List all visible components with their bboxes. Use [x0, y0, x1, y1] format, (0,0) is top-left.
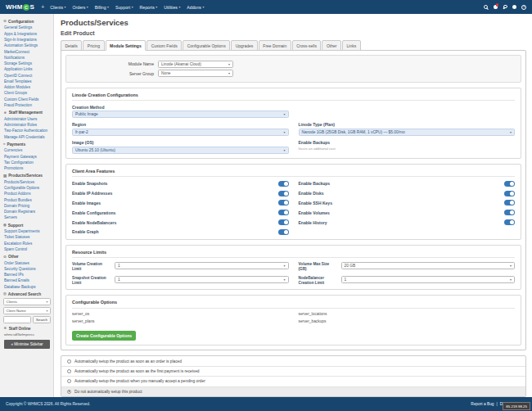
search-type-select[interactable]: Clients▾: [3, 298, 51, 305]
sidebar-item-fraud-protection[interactable]: Fraud Protection: [4, 103, 51, 107]
nav-utilities[interactable]: Utilities▾: [164, 5, 180, 10]
sidebar-item-openid-connect[interactable]: OpenID Connect: [4, 74, 51, 78]
enable-ip-addresses-toggle[interactable]: [278, 191, 289, 196]
enable-images-toggle[interactable]: [278, 200, 289, 206]
sidebar-item-storage-settings[interactable]: Storage Settings: [4, 61, 51, 65]
tab-custom-fields[interactable]: Custom Fields: [147, 40, 182, 51]
sidebar-item-administrator-users[interactable]: Administrator Users: [4, 117, 51, 121]
nav-clients[interactable]: Clients▾: [50, 5, 65, 10]
tab-details[interactable]: Details: [61, 40, 82, 51]
enable-volumes-toggle[interactable]: [504, 210, 515, 215]
tab-other[interactable]: Other: [322, 40, 341, 51]
sidebar-item-security-questions[interactable]: Security Questions: [4, 267, 51, 271]
sidebar-item-product-bundles[interactable]: Product Bundles: [4, 198, 51, 202]
sidebar-item-administrator-roles[interactable]: Administrator Roles: [4, 123, 51, 127]
sidebar-item-domain-registrars[interactable]: Domain Registrars: [4, 210, 51, 214]
module-name-select[interactable]: Linode (Akamai Cloud)▾: [158, 61, 233, 68]
minimise-sidebar-button[interactable]: « Minimise Sidebar: [4, 340, 50, 349]
search-input[interactable]: [3, 316, 31, 323]
image-os-select[interactable]: Ubuntu 25.10 (Ubuntu)▾: [72, 147, 289, 154]
notifications-icon[interactable]: [494, 5, 498, 9]
sidebar-item-ticket-statuses[interactable]: Ticket Statuses: [4, 235, 51, 239]
nav-orders[interactable]: Orders▾: [73, 5, 88, 10]
sidebar-item-payment-gateways[interactable]: Payment Gateways: [4, 155, 51, 159]
tab-module-settings[interactable]: Module Settings: [106, 40, 147, 51]
region-select[interactable]: fr-par-2▾: [72, 129, 289, 136]
sidebar-item-custom-client-fields[interactable]: Custom Client Fields: [4, 97, 51, 102]
tab-links[interactable]: Links: [342, 40, 361, 51]
setup-radio[interactable]: [67, 359, 71, 364]
setup-option-row[interactable]: Automatically setup the product when you…: [61, 376, 525, 386]
enable-nodebalancers-toggle[interactable]: [278, 219, 289, 225]
linode-type-select[interactable]: Nanode 1GB (25GB Disk, 1GB RAM, 1 vCPU) …: [299, 129, 516, 136]
whmcs-logo[interactable]: WHMCS: [6, 3, 34, 11]
sidebar-item-order-statuses[interactable]: Order Statuses: [4, 261, 51, 265]
admin-tools-icon[interactable]: [503, 5, 507, 10]
creation-method-select[interactable]: Public Image▾: [72, 111, 289, 118]
sidebar-item-escalation-rules[interactable]: Escalation Rules: [4, 242, 51, 246]
enable-disks-toggle[interactable]: [504, 191, 515, 196]
nav-reports[interactable]: Reports▾: [140, 5, 158, 10]
help-icon[interactable]: ?: [521, 5, 526, 10]
sidebar-item-addon-modules[interactable]: Addon Modules: [4, 85, 51, 89]
sidebar-item-two-factor-authentication[interactable]: Two-Factor Authentication: [4, 129, 51, 133]
sidebar-item-product-addons[interactable]: Product Addons: [4, 192, 51, 196]
enable-history-toggle[interactable]: [504, 219, 515, 225]
enable-snapshots-toggle[interactable]: [278, 181, 289, 187]
tab-cross-sells[interactable]: Cross-sells: [292, 40, 322, 51]
setup-option-row[interactable]: Automatically setup the product as soon …: [61, 356, 525, 365]
enable-backups-feature-toggle[interactable]: [504, 181, 515, 187]
nodebalancer-creation-limit-select[interactable]: 1▾: [341, 276, 516, 283]
nav-support[interactable]: Support▾: [115, 5, 133, 10]
sidebar-item-apps-integrations[interactable]: Apps & Integrations: [4, 32, 51, 36]
setup-radio[interactable]: [67, 369, 71, 373]
gear-icon: ⚙: [3, 255, 7, 259]
sidebar-item-application-links[interactable]: Application Links: [4, 67, 51, 71]
sidebar-item-banned-ips[interactable]: Banned IPs: [4, 273, 51, 277]
nav-billing[interactable]: Billing▾: [95, 5, 109, 10]
nav-addons[interactable]: Addons▾: [187, 5, 204, 10]
snapshot-creation-limit-select[interactable]: 1▾: [115, 276, 289, 283]
sidebar-item-email-templates[interactable]: Email Templates: [4, 79, 51, 84]
sidebar-item-tax-configuration[interactable]: Tax Configuration: [4, 160, 51, 165]
sidebar-item-manage-api-credentials[interactable]: Manage API Credentials: [4, 135, 51, 139]
volume-max-size-select[interactable]: 20 GB▾: [341, 262, 516, 269]
sidebar-item-sign-in-integrations[interactable]: Sign-In Integrations: [4, 38, 51, 42]
sidebar-item-support-departments[interactable]: Support Departments: [4, 229, 51, 233]
enable-ssh-keys-toggle[interactable]: [504, 200, 515, 206]
dark-mode-icon[interactable]: [512, 5, 516, 9]
sidebar-item-general-settings[interactable]: General Settings: [4, 25, 51, 29]
setup-radio[interactable]: [67, 379, 71, 383]
sidebar-item-automation-settings[interactable]: Automation Settings: [4, 43, 51, 47]
tab-pricing[interactable]: Pricing: [83, 40, 104, 51]
volume-creation-limit-select[interactable]: 1▾: [115, 262, 289, 269]
tab-free-domain[interactable]: Free Domain: [259, 40, 291, 51]
setup-option-row[interactable]: Do not automatically setup this product: [61, 386, 525, 396]
sidebar-item-marketconnect[interactable]: MarketConnect: [4, 50, 51, 54]
enable-configurations-toggle[interactable]: [278, 210, 289, 215]
sidebar-item-domain-pricing[interactable]: Domain Pricing: [4, 204, 51, 208]
sidebar-item-banned-emails[interactable]: Banned Emails: [4, 278, 51, 282]
sidebar-item-client-groups[interactable]: Client Groups: [4, 91, 51, 95]
search-icon[interactable]: [484, 5, 489, 10]
sidebar-item-products-services[interactable]: Products/Services: [4, 180, 51, 184]
tab-upgrades[interactable]: Upgrades: [231, 40, 258, 51]
sidebar-item-servers[interactable]: Servers: [4, 215, 51, 219]
sidebar-item-database-backups[interactable]: Database Backups: [4, 285, 51, 289]
enable-graph-toggle[interactable]: [278, 229, 289, 235]
quick-add-button[interactable]: +: [41, 4, 44, 10]
sidebar-item-currencies[interactable]: Currencies: [4, 148, 51, 152]
setup-radio[interactable]: [67, 390, 71, 394]
sidebar-item-spam-control[interactable]: Spam Control: [4, 247, 51, 251]
sidebar-item-notifications[interactable]: Notifications: [4, 56, 51, 60]
search-button[interactable]: Search: [33, 316, 51, 323]
search-field-select[interactable]: Client Name▾: [3, 307, 51, 314]
sidebar-item-promotions[interactable]: Promotions: [4, 166, 51, 170]
report-bug-link[interactable]: Report a Bug: [471, 402, 494, 406]
sidebar-item-configurable-options[interactable]: Configurable Options: [4, 186, 51, 190]
server-group-select[interactable]: None▾: [158, 70, 233, 77]
setup-option-row[interactable]: Automatically setup the product as soon …: [61, 366, 525, 376]
user-icon: ☻: [3, 327, 7, 330]
tab-configurable-options[interactable]: Configurable Options: [183, 40, 230, 51]
create-configurable-options-button[interactable]: Create Configurable Options: [72, 331, 136, 341]
